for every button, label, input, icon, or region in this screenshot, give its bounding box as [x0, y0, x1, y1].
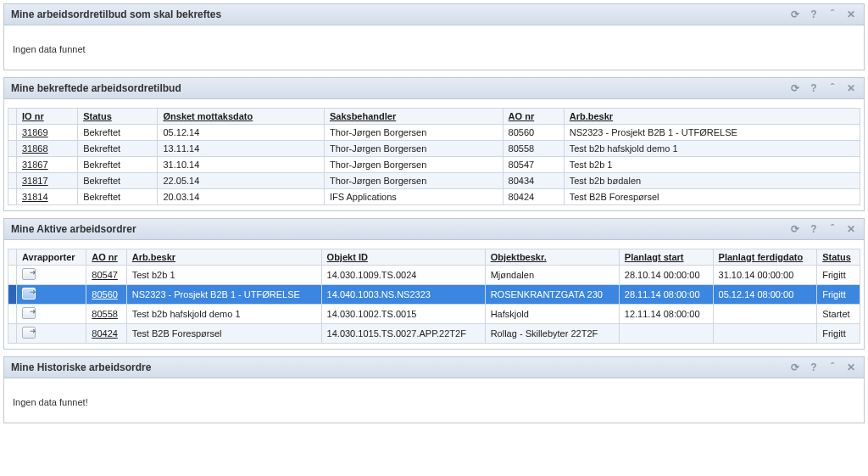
- cell-io-nr: 31867: [17, 157, 78, 173]
- row-marker: [8, 285, 17, 305]
- portlet-title: Mine Historiske arbeidsordre: [11, 361, 151, 373]
- ao-link[interactable]: 80547: [92, 270, 118, 280]
- cell-ao-nr: 80424: [503, 189, 564, 205]
- portlet-icon-bar: ⟳ ? ˆ ✕: [789, 361, 857, 373]
- portlet-body: AvrapporterAO nrArb.beskrObjekt IDObjekt…: [4, 240, 864, 349]
- cell-ao-nr: 80547: [503, 157, 564, 173]
- help-icon[interactable]: ?: [808, 223, 820, 235]
- portlet-icon-bar: ⟳ ? ˆ ✕: [789, 223, 857, 235]
- active-table: AvrapporterAO nrArb.beskrObjekt IDObjekt…: [8, 249, 860, 344]
- cell-status: Bekreftet: [78, 189, 158, 205]
- table-row[interactable]: 80547Test b2b 114.030.1009.TS.0024Mjønda…: [8, 266, 860, 285]
- cell-dato: 22.05.14: [158, 173, 324, 189]
- cell-objekt-id: 14.030.1009.TS.0024: [321, 266, 485, 285]
- table-row[interactable]: 80558Test b2b hafskjold demo 114.030.100…: [8, 305, 860, 324]
- cell-ao-nr: 80434: [503, 173, 564, 189]
- col-header[interactable]: Status: [817, 249, 860, 266]
- portlet-icon-bar: ⟳ ? ˆ ✕: [789, 82, 857, 94]
- col-header[interactable]: Status: [78, 109, 158, 125]
- empty-message: Ingen data funnet: [8, 29, 860, 66]
- ao-link[interactable]: 80560: [92, 289, 118, 300]
- help-icon[interactable]: ?: [808, 8, 820, 20]
- portlet-icon-bar: ⟳ ? ˆ ✕: [789, 8, 857, 20]
- help-icon[interactable]: ?: [808, 361, 820, 373]
- cell-io-nr: 31868: [17, 141, 78, 157]
- row-marker: [8, 125, 17, 141]
- col-header[interactable]: Saksbehandler: [324, 109, 503, 125]
- close-icon[interactable]: ✕: [845, 223, 857, 235]
- io-link[interactable]: 31817: [22, 176, 48, 186]
- col-header[interactable]: AO nr: [86, 249, 126, 266]
- col-header[interactable]: Arb.beskr: [564, 109, 860, 125]
- cell-saksbehandler: Thor-Jørgen Borgersen: [324, 173, 503, 189]
- report-icon[interactable]: [22, 307, 36, 319]
- row-marker: [8, 189, 17, 205]
- cell-status: Bekreftet: [78, 141, 158, 157]
- cell-status: Bekreftet: [78, 157, 158, 173]
- cell-io-nr: 31814: [17, 189, 78, 205]
- report-icon[interactable]: [22, 327, 36, 339]
- help-icon[interactable]: ?: [808, 82, 820, 94]
- table-row[interactable]: 31867Bekreftet31.10.14Thor-Jørgen Borger…: [8, 157, 860, 173]
- refresh-icon[interactable]: ⟳: [789, 82, 801, 94]
- cell-dato: 05.12.14: [158, 125, 324, 141]
- col-header[interactable]: Ønsket mottaksdato: [158, 109, 324, 125]
- col-header[interactable]: Planlagt start: [619, 249, 713, 266]
- io-link[interactable]: 31867: [22, 160, 48, 170]
- collapse-icon[interactable]: ˆ: [826, 82, 838, 94]
- close-icon[interactable]: ✕: [845, 361, 857, 373]
- io-link[interactable]: 31814: [22, 192, 48, 202]
- ao-link[interactable]: 80424: [92, 328, 118, 339]
- cell-planlagt-start: 12.11.14 08:00:00: [619, 305, 713, 324]
- refresh-icon[interactable]: ⟳: [789, 8, 801, 20]
- portlet-title: Mine bekreftede arbeidsordretilbud: [11, 82, 181, 94]
- cell-status: Frigitt: [817, 324, 860, 344]
- cell-planlagt-ferdig: 05.12.14 08:00:00: [713, 285, 817, 305]
- io-link[interactable]: 31868: [22, 143, 48, 154]
- cell-arb-beskr: Test b2b 1: [126, 266, 321, 285]
- cell-ao-nr: 80547: [86, 266, 126, 285]
- cell-objekt-beskr: Hafskjold: [485, 305, 619, 324]
- cell-status: Startet: [817, 305, 860, 324]
- refresh-icon[interactable]: ⟳: [789, 223, 801, 235]
- cell-planlagt-start: 28.10.14 00:00:00: [619, 266, 713, 285]
- cell-objekt-id: 14.040.1003.NS.NS2323: [321, 285, 485, 305]
- cell-io-nr: 31817: [17, 173, 78, 189]
- col-header[interactable]: Planlagt ferdigdato: [713, 249, 817, 266]
- ao-link[interactable]: 80558: [92, 309, 118, 319]
- portlet-pending-offers: Mine arbeidsordretilbud som skal bekreft…: [3, 3, 865, 70]
- io-link[interactable]: 31869: [22, 127, 48, 137]
- col-header[interactable]: AO nr: [503, 109, 564, 125]
- cell-status: Bekreftet: [78, 173, 158, 189]
- cell-status: Frigitt: [817, 285, 860, 305]
- table-row[interactable]: 31869Bekreftet05.12.14Thor-Jørgen Borger…: [8, 125, 860, 141]
- close-icon[interactable]: ✕: [845, 8, 857, 20]
- col-header[interactable]: Arb.beskr: [126, 249, 321, 266]
- row-marker: [8, 305, 17, 324]
- col-header[interactable]: Avrapporter: [17, 249, 86, 266]
- close-icon[interactable]: ✕: [845, 82, 857, 94]
- table-row[interactable]: 80424Test B2B Forespørsel14.030.1015.TS.…: [8, 324, 860, 344]
- cell-planlagt-start: 28.11.14 08:00:00: [619, 285, 713, 305]
- cell-status: Frigitt: [817, 266, 860, 285]
- portlet-header: Mine arbeidsordretilbud som skal bekreft…: [4, 4, 864, 25]
- collapse-icon[interactable]: ˆ: [826, 223, 838, 235]
- report-icon[interactable]: [22, 268, 36, 280]
- collapse-icon[interactable]: ˆ: [826, 361, 838, 373]
- row-marker: [8, 157, 17, 173]
- cell-avrapporter: [17, 324, 86, 344]
- confirmed-table: IO nrStatusØnsket mottaksdatoSaksbehandl…: [8, 108, 860, 205]
- report-icon[interactable]: [22, 288, 36, 300]
- col-header[interactable]: Objektbeskr.: [485, 249, 619, 266]
- collapse-icon[interactable]: ˆ: [826, 8, 838, 20]
- cell-avrapporter: [17, 305, 86, 324]
- row-marker-header: [8, 109, 17, 125]
- table-row[interactable]: 31817Bekreftet22.05.14Thor-Jørgen Borger…: [8, 173, 860, 189]
- cell-ao-nr: 80558: [503, 141, 564, 157]
- table-row[interactable]: 80560NS2323 - Prosjekt B2B 1 - UTFØRELSE…: [8, 285, 860, 305]
- table-row[interactable]: 31814Bekreftet20.03.14IFS Applications80…: [8, 189, 860, 205]
- col-header[interactable]: Objekt ID: [321, 249, 485, 266]
- col-header[interactable]: IO nr: [17, 109, 78, 125]
- refresh-icon[interactable]: ⟳: [789, 361, 801, 373]
- table-row[interactable]: 31868Bekreftet13.11.14Thor-Jørgen Borger…: [8, 141, 860, 157]
